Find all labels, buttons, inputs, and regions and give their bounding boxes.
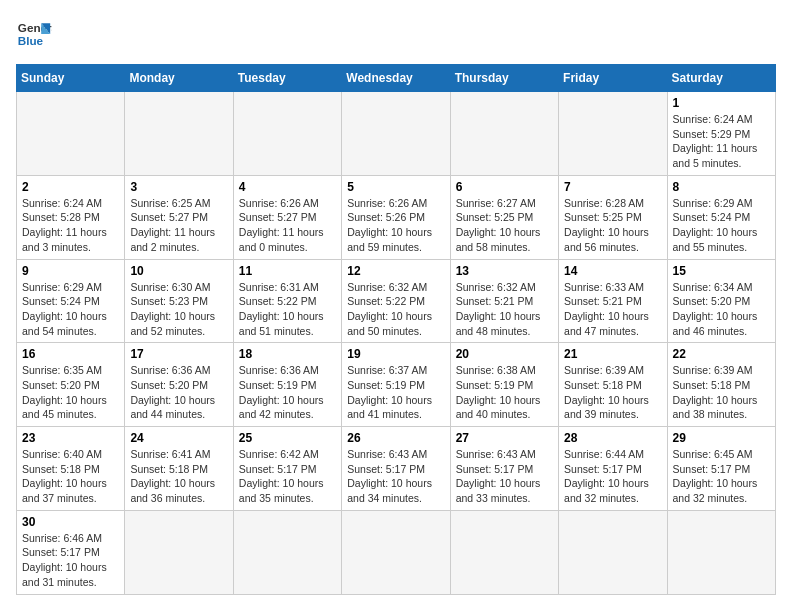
- day-number: 29: [673, 431, 770, 445]
- day-info: Sunrise: 6:46 AMSunset: 5:17 PMDaylight:…: [22, 531, 119, 590]
- day-info: Sunrise: 6:40 AMSunset: 5:18 PMDaylight:…: [22, 447, 119, 506]
- calendar-cell: [559, 92, 667, 176]
- calendar-cell: 2Sunrise: 6:24 AMSunset: 5:28 PMDaylight…: [17, 175, 125, 259]
- calendar-table: SundayMondayTuesdayWednesdayThursdayFrid…: [16, 64, 776, 595]
- calendar-cell: [125, 92, 233, 176]
- calendar-cell: 21Sunrise: 6:39 AMSunset: 5:18 PMDayligh…: [559, 343, 667, 427]
- calendar-cell: [233, 510, 341, 594]
- day-info: Sunrise: 6:39 AMSunset: 5:18 PMDaylight:…: [673, 363, 770, 422]
- calendar-cell: 14Sunrise: 6:33 AMSunset: 5:21 PMDayligh…: [559, 259, 667, 343]
- svg-text:Blue: Blue: [18, 34, 44, 47]
- calendar-cell: [450, 92, 558, 176]
- day-number: 5: [347, 180, 444, 194]
- day-header-sunday: Sunday: [17, 65, 125, 92]
- day-header-friday: Friday: [559, 65, 667, 92]
- day-info: Sunrise: 6:37 AMSunset: 5:19 PMDaylight:…: [347, 363, 444, 422]
- calendar-week-2: 2Sunrise: 6:24 AMSunset: 5:28 PMDaylight…: [17, 175, 776, 259]
- day-number: 2: [22, 180, 119, 194]
- header: General Blue: [16, 16, 776, 52]
- logo: General Blue: [16, 16, 56, 52]
- calendar-week-5: 23Sunrise: 6:40 AMSunset: 5:18 PMDayligh…: [17, 427, 776, 511]
- calendar-cell: 16Sunrise: 6:35 AMSunset: 5:20 PMDayligh…: [17, 343, 125, 427]
- day-info: Sunrise: 6:35 AMSunset: 5:20 PMDaylight:…: [22, 363, 119, 422]
- calendar-body: 1Sunrise: 6:24 AMSunset: 5:29 PMDaylight…: [17, 92, 776, 595]
- day-info: Sunrise: 6:34 AMSunset: 5:20 PMDaylight:…: [673, 280, 770, 339]
- day-header-thursday: Thursday: [450, 65, 558, 92]
- day-info: Sunrise: 6:43 AMSunset: 5:17 PMDaylight:…: [456, 447, 553, 506]
- day-header-monday: Monday: [125, 65, 233, 92]
- day-number: 12: [347, 264, 444, 278]
- calendar-cell: [342, 92, 450, 176]
- calendar-cell: [17, 92, 125, 176]
- day-info: Sunrise: 6:39 AMSunset: 5:18 PMDaylight:…: [564, 363, 661, 422]
- calendar-cell: 23Sunrise: 6:40 AMSunset: 5:18 PMDayligh…: [17, 427, 125, 511]
- day-number: 1: [673, 96, 770, 110]
- calendar-cell: 3Sunrise: 6:25 AMSunset: 5:27 PMDaylight…: [125, 175, 233, 259]
- calendar-week-6: 30Sunrise: 6:46 AMSunset: 5:17 PMDayligh…: [17, 510, 776, 594]
- day-header-saturday: Saturday: [667, 65, 775, 92]
- calendar-cell: 10Sunrise: 6:30 AMSunset: 5:23 PMDayligh…: [125, 259, 233, 343]
- day-number: 26: [347, 431, 444, 445]
- day-number: 28: [564, 431, 661, 445]
- day-number: 25: [239, 431, 336, 445]
- day-info: Sunrise: 6:24 AMSunset: 5:29 PMDaylight:…: [673, 112, 770, 171]
- day-number: 10: [130, 264, 227, 278]
- day-number: 9: [22, 264, 119, 278]
- calendar-cell: [233, 92, 341, 176]
- calendar-cell: 13Sunrise: 6:32 AMSunset: 5:21 PMDayligh…: [450, 259, 558, 343]
- day-info: Sunrise: 6:29 AMSunset: 5:24 PMDaylight:…: [673, 196, 770, 255]
- day-number: 13: [456, 264, 553, 278]
- calendar-cell: 30Sunrise: 6:46 AMSunset: 5:17 PMDayligh…: [17, 510, 125, 594]
- day-number: 14: [564, 264, 661, 278]
- day-info: Sunrise: 6:28 AMSunset: 5:25 PMDaylight:…: [564, 196, 661, 255]
- day-number: 7: [564, 180, 661, 194]
- day-number: 27: [456, 431, 553, 445]
- day-info: Sunrise: 6:43 AMSunset: 5:17 PMDaylight:…: [347, 447, 444, 506]
- day-info: Sunrise: 6:24 AMSunset: 5:28 PMDaylight:…: [22, 196, 119, 255]
- calendar-cell: 17Sunrise: 6:36 AMSunset: 5:20 PMDayligh…: [125, 343, 233, 427]
- day-info: Sunrise: 6:26 AMSunset: 5:27 PMDaylight:…: [239, 196, 336, 255]
- day-number: 23: [22, 431, 119, 445]
- day-number: 24: [130, 431, 227, 445]
- day-number: 22: [673, 347, 770, 361]
- day-info: Sunrise: 6:36 AMSunset: 5:20 PMDaylight:…: [130, 363, 227, 422]
- logo-icon: General Blue: [16, 16, 52, 52]
- calendar-cell: 11Sunrise: 6:31 AMSunset: 5:22 PMDayligh…: [233, 259, 341, 343]
- day-info: Sunrise: 6:30 AMSunset: 5:23 PMDaylight:…: [130, 280, 227, 339]
- day-info: Sunrise: 6:33 AMSunset: 5:21 PMDaylight:…: [564, 280, 661, 339]
- calendar-cell: 15Sunrise: 6:34 AMSunset: 5:20 PMDayligh…: [667, 259, 775, 343]
- day-number: 11: [239, 264, 336, 278]
- day-info: Sunrise: 6:38 AMSunset: 5:19 PMDaylight:…: [456, 363, 553, 422]
- day-info: Sunrise: 6:32 AMSunset: 5:21 PMDaylight:…: [456, 280, 553, 339]
- calendar-cell: 27Sunrise: 6:43 AMSunset: 5:17 PMDayligh…: [450, 427, 558, 511]
- day-info: Sunrise: 6:29 AMSunset: 5:24 PMDaylight:…: [22, 280, 119, 339]
- calendar-cell: 6Sunrise: 6:27 AMSunset: 5:25 PMDaylight…: [450, 175, 558, 259]
- day-number: 8: [673, 180, 770, 194]
- day-number: 19: [347, 347, 444, 361]
- calendar-cell: [342, 510, 450, 594]
- calendar-cell: 26Sunrise: 6:43 AMSunset: 5:17 PMDayligh…: [342, 427, 450, 511]
- day-info: Sunrise: 6:32 AMSunset: 5:22 PMDaylight:…: [347, 280, 444, 339]
- calendar-cell: [667, 510, 775, 594]
- day-number: 20: [456, 347, 553, 361]
- calendar-cell: 7Sunrise: 6:28 AMSunset: 5:25 PMDaylight…: [559, 175, 667, 259]
- day-header-tuesday: Tuesday: [233, 65, 341, 92]
- calendar-cell: 20Sunrise: 6:38 AMSunset: 5:19 PMDayligh…: [450, 343, 558, 427]
- calendar-cell: 19Sunrise: 6:37 AMSunset: 5:19 PMDayligh…: [342, 343, 450, 427]
- calendar-cell: 9Sunrise: 6:29 AMSunset: 5:24 PMDaylight…: [17, 259, 125, 343]
- calendar-week-3: 9Sunrise: 6:29 AMSunset: 5:24 PMDaylight…: [17, 259, 776, 343]
- day-number: 18: [239, 347, 336, 361]
- day-info: Sunrise: 6:45 AMSunset: 5:17 PMDaylight:…: [673, 447, 770, 506]
- calendar-cell: 29Sunrise: 6:45 AMSunset: 5:17 PMDayligh…: [667, 427, 775, 511]
- calendar-cell: 24Sunrise: 6:41 AMSunset: 5:18 PMDayligh…: [125, 427, 233, 511]
- calendar-header: SundayMondayTuesdayWednesdayThursdayFrid…: [17, 65, 776, 92]
- day-info: Sunrise: 6:25 AMSunset: 5:27 PMDaylight:…: [130, 196, 227, 255]
- day-info: Sunrise: 6:44 AMSunset: 5:17 PMDaylight:…: [564, 447, 661, 506]
- calendar-cell: 8Sunrise: 6:29 AMSunset: 5:24 PMDaylight…: [667, 175, 775, 259]
- day-info: Sunrise: 6:36 AMSunset: 5:19 PMDaylight:…: [239, 363, 336, 422]
- day-number: 30: [22, 515, 119, 529]
- header-row: SundayMondayTuesdayWednesdayThursdayFrid…: [17, 65, 776, 92]
- calendar-cell: [559, 510, 667, 594]
- calendar-cell: 4Sunrise: 6:26 AMSunset: 5:27 PMDaylight…: [233, 175, 341, 259]
- calendar-cell: 12Sunrise: 6:32 AMSunset: 5:22 PMDayligh…: [342, 259, 450, 343]
